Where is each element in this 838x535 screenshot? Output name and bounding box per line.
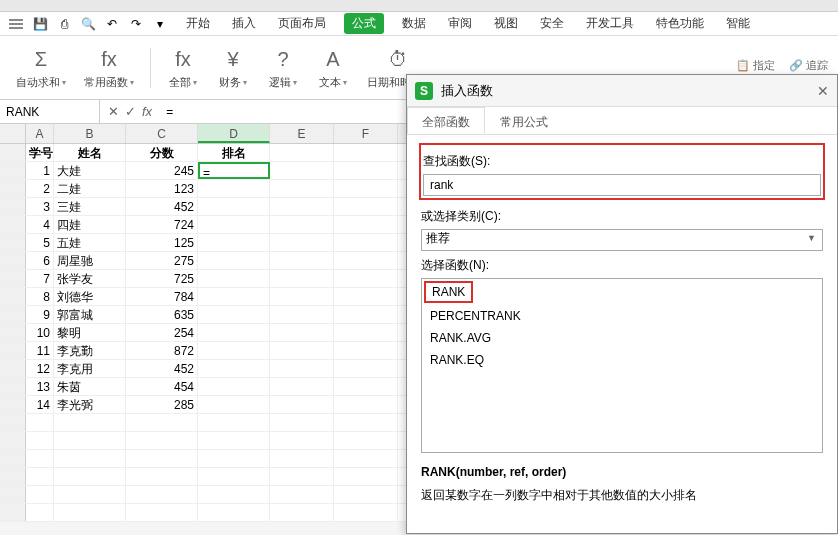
cell[interactable]: 11 (26, 342, 54, 359)
menu-security[interactable]: 安全 (536, 13, 568, 34)
row-header[interactable] (0, 252, 26, 269)
cell[interactable]: 李克用 (54, 360, 126, 377)
cell[interactable]: 7 (26, 270, 54, 287)
row-header[interactable] (0, 198, 26, 215)
cell[interactable]: 三娃 (54, 198, 126, 215)
select-all-corner[interactable] (0, 124, 26, 143)
row-header[interactable] (0, 342, 26, 359)
function-list[interactable]: RANK PERCENTRANK RANK.AVG RANK.EQ (421, 278, 823, 453)
save-icon[interactable]: 💾 (32, 16, 48, 32)
col-header[interactable]: D (198, 124, 270, 143)
ribbon-text[interactable]: A 文本▾ (311, 45, 355, 90)
cell[interactable]: 452 (126, 360, 198, 377)
cell[interactable]: 872 (126, 342, 198, 359)
ribbon-finance[interactable]: ¥ 财务▾ (211, 45, 255, 90)
cell[interactable] (198, 252, 270, 269)
cell[interactable] (198, 378, 270, 395)
ribbon-all[interactable]: fx 全部▾ (161, 45, 205, 90)
cell[interactable] (198, 270, 270, 287)
fx-icon[interactable]: fx (142, 104, 152, 119)
cell[interactable] (198, 198, 270, 215)
cell[interactable]: 李光弼 (54, 396, 126, 413)
menu-special[interactable]: 特色功能 (652, 13, 708, 34)
assign-button[interactable]: 📋 指定 (736, 58, 775, 73)
cell[interactable]: 245 (126, 162, 198, 179)
row-header[interactable] (0, 270, 26, 287)
menu-review[interactable]: 审阅 (444, 13, 476, 34)
cell[interactable]: 姓名 (54, 144, 126, 161)
list-item[interactable]: RANK (422, 279, 822, 305)
cell[interactable]: 454 (126, 378, 198, 395)
cell[interactable]: 14 (26, 396, 54, 413)
row-header[interactable] (0, 396, 26, 413)
row-header[interactable] (0, 144, 26, 161)
cell[interactable]: = (198, 162, 270, 179)
confirm-icon[interactable]: ✓ (125, 104, 136, 119)
cell[interactable]: 13 (26, 378, 54, 395)
ribbon-autosum[interactable]: Σ 自动求和▾ (10, 45, 72, 90)
trace-button[interactable]: 🔗 追踪 (789, 58, 828, 73)
cell[interactable]: 8 (26, 288, 54, 305)
list-item[interactable]: PERCENTRANK (422, 305, 822, 327)
cell[interactable]: 2 (26, 180, 54, 197)
cell[interactable]: 125 (126, 234, 198, 251)
cell[interactable]: 635 (126, 306, 198, 323)
cell[interactable]: 12 (26, 360, 54, 377)
undo-icon[interactable]: ↶ (104, 16, 120, 32)
menu-start[interactable]: 开始 (182, 13, 214, 34)
row-header[interactable] (0, 288, 26, 305)
cell[interactable]: 大娃 (54, 162, 126, 179)
menu-layout[interactable]: 页面布局 (274, 13, 330, 34)
cell[interactable]: 725 (126, 270, 198, 287)
cell[interactable]: 刘德华 (54, 288, 126, 305)
cell[interactable] (198, 342, 270, 359)
cell[interactable]: 10 (26, 324, 54, 341)
menu-data[interactable]: 数据 (398, 13, 430, 34)
cell[interactable]: 排名 (198, 144, 270, 161)
cell[interactable]: 郭富城 (54, 306, 126, 323)
cell[interactable]: 五娃 (54, 234, 126, 251)
cell[interactable] (198, 180, 270, 197)
cell[interactable] (198, 360, 270, 377)
list-item[interactable]: RANK.AVG (422, 327, 822, 349)
cell[interactable]: 黎明 (54, 324, 126, 341)
cell[interactable]: 784 (126, 288, 198, 305)
cell[interactable] (198, 396, 270, 413)
cell[interactable] (198, 288, 270, 305)
cell[interactable]: 学号 (26, 144, 54, 161)
cell[interactable]: 724 (126, 216, 198, 233)
row-header[interactable] (0, 360, 26, 377)
cell[interactable]: 二娃 (54, 180, 126, 197)
row-header[interactable] (0, 180, 26, 197)
cell[interactable]: 3 (26, 198, 54, 215)
category-select[interactable]: 推荐 (421, 229, 823, 251)
cell[interactable]: 5 (26, 234, 54, 251)
row-header[interactable] (0, 324, 26, 341)
ribbon-common[interactable]: fx 常用函数▾ (78, 45, 140, 90)
row-header[interactable] (0, 378, 26, 395)
row-header[interactable] (0, 162, 26, 179)
print-icon[interactable]: ⎙ (56, 16, 72, 32)
cell[interactable] (198, 234, 270, 251)
ribbon-logic[interactable]: ? 逻辑▾ (261, 45, 305, 90)
preview-icon[interactable]: 🔍 (80, 16, 96, 32)
cell[interactable]: 四娃 (54, 216, 126, 233)
menu-dev[interactable]: 开发工具 (582, 13, 638, 34)
cell[interactable] (198, 306, 270, 323)
menu-insert[interactable]: 插入 (228, 13, 260, 34)
cell[interactable]: 1 (26, 162, 54, 179)
cell[interactable] (198, 216, 270, 233)
menu-smart[interactable]: 智能 (722, 13, 754, 34)
menu-view[interactable]: 视图 (490, 13, 522, 34)
col-header[interactable]: E (270, 124, 334, 143)
cell[interactable]: 分数 (126, 144, 198, 161)
tab-all-functions[interactable]: 全部函数 (407, 107, 485, 134)
col-header[interactable]: F (334, 124, 398, 143)
row-header[interactable] (0, 306, 26, 323)
list-item[interactable]: RANK.EQ (422, 349, 822, 371)
col-header[interactable]: A (26, 124, 54, 143)
cell[interactable]: 张学友 (54, 270, 126, 287)
name-box[interactable]: RANK (0, 100, 100, 123)
cell[interactable]: 李克勤 (54, 342, 126, 359)
cell[interactable]: 9 (26, 306, 54, 323)
